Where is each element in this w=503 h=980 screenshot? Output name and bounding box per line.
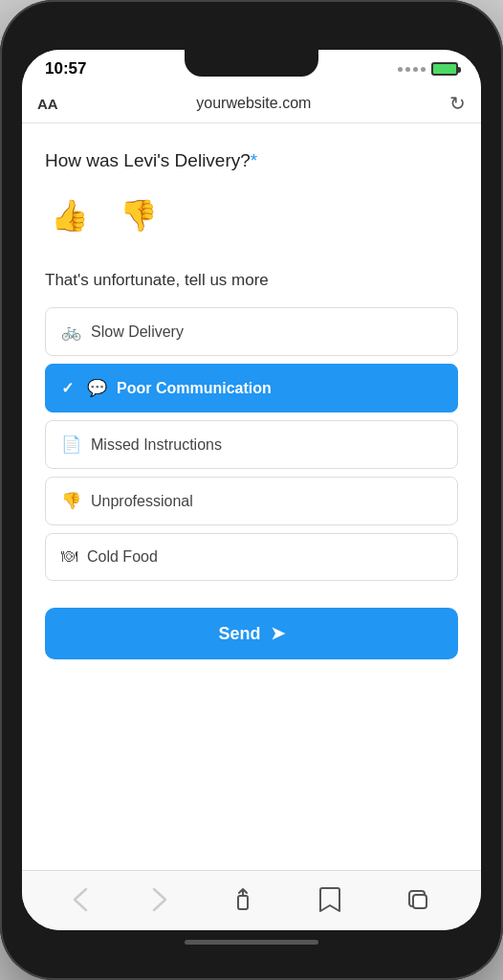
thumbs-up-button[interactable]: 👍 [45,190,95,240]
browser-bar: AA yourwebsite.com ↻ [22,84,481,123]
required-marker: * [251,150,257,170]
check-icon: ✓ [61,379,74,397]
tabs-button[interactable] [396,883,440,916]
option-poor-communication[interactable]: ✓ 💬 Poor Communication [45,364,458,412]
share-button[interactable] [221,882,265,917]
forward-button[interactable] [142,883,177,916]
thumbsdown-icon: 👎 [61,491,81,511]
svg-rect-0 [238,896,248,909]
phone-shell: 10:57 AA yourwebsite.com ↻ How was Levi'… [0,0,503,980]
browser-url[interactable]: yourwebsite.com [68,95,440,112]
option-slow-delivery-label: Slow Delivery [91,323,184,341]
battery-icon [431,62,458,76]
notch [185,50,318,77]
option-cold-food-label: Cold Food [87,548,158,566]
refresh-icon[interactable]: ↻ [449,92,466,115]
status-icons [398,62,458,76]
subtext-label: That's unfortunate, tell us more [45,271,458,290]
option-missed-instructions-label: Missed Instructions [91,436,222,454]
doc-icon: 📄 [61,434,81,455]
home-indicator [185,940,318,945]
send-icon: ➤ [271,623,285,644]
option-slow-delivery[interactable]: 🚲 Slow Delivery [45,307,458,356]
question-label: How was Levi's Delivery?* [45,150,458,171]
signal-dots-icon [398,67,426,72]
fork-icon: 🍽 [61,547,77,567]
option-unprofessional-label: Unprofessional [91,493,193,510]
option-missed-instructions[interactable]: 📄 Missed Instructions [45,420,458,469]
thumbs-down-button[interactable]: 👎 [114,190,164,240]
bike-icon: 🚲 [61,322,81,342]
bookmarks-button[interactable] [309,882,351,917]
svg-rect-2 [413,895,426,908]
send-button[interactable]: Send ➤ [45,608,458,659]
content-area: How was Levi's Delivery?* 👍 👎 That's unf… [22,123,481,870]
bottom-nav [22,870,481,930]
option-list: 🚲 Slow Delivery ✓ 💬 Poor Communication 📄… [45,307,458,581]
back-button[interactable] [63,883,98,916]
thumb-row: 👍 👎 [45,190,458,240]
option-poor-communication-label: Poor Communication [117,380,272,397]
option-unprofessional[interactable]: 👎 Unprofessional [45,477,458,525]
send-label: Send [218,624,260,644]
browser-aa-button[interactable]: AA [37,96,58,112]
option-cold-food[interactable]: 🍽 Cold Food [45,533,458,581]
phone-screen: 10:57 AA yourwebsite.com ↻ How was Levi'… [22,50,481,930]
speech-icon: 💬 [87,378,107,398]
status-time: 10:57 [45,59,86,78]
